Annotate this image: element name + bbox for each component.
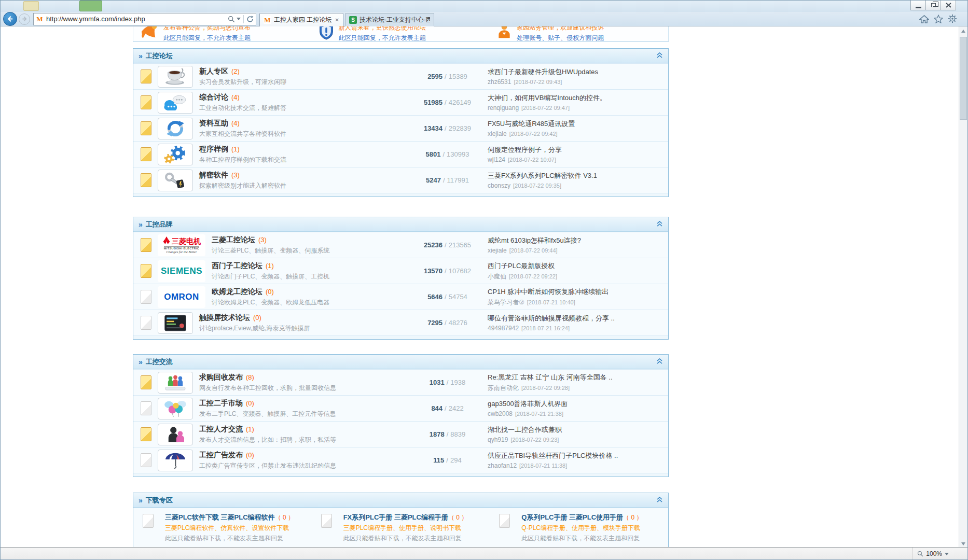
- stats-separator: /: [447, 379, 449, 386]
- omron-icon[interactable]: OMRON: [158, 286, 205, 308]
- folder-status-icon: [141, 173, 151, 187]
- section-marker-icon: »: [139, 358, 143, 366]
- last-post-author-link[interactable]: 494987942: [488, 325, 519, 332]
- forum-title-link[interactable]: 程序样例: [199, 145, 228, 153]
- back-button[interactable]: [3, 12, 17, 26]
- last-post-title-link[interactable]: 三菱FX系列A系列PLC解密软件 V3.1: [488, 171, 664, 180]
- ads-icon[interactable]: [158, 450, 193, 471]
- tab-tech-forum[interactable]: S 技术论坛-工业支持中心-西门...: [345, 13, 434, 26]
- download-title-link[interactable]: FX系列PLC手册 三菱PLC编程手册: [343, 513, 448, 521]
- collapse-icon[interactable]: [656, 220, 663, 229]
- forum-title-link[interactable]: 三菱工控论坛: [212, 235, 255, 244]
- forum-title-link[interactable]: 触摸屏技术论坛: [199, 313, 250, 321]
- last-post-author-link[interactable]: 苏南自动化: [488, 384, 519, 391]
- keys-icon[interactable]: [158, 170, 193, 191]
- last-post-author-link[interactable]: xiejiale: [488, 247, 507, 254]
- clouds-icon[interactable]: [158, 92, 193, 114]
- last-post-author-link[interactable]: 小魔仙: [488, 273, 506, 280]
- posts-count: 130993: [447, 150, 469, 158]
- section-title-link[interactable]: 工控论坛: [146, 51, 656, 61]
- last-post-title-link[interactable]: 西门子PLC最新版授权: [488, 261, 664, 271]
- search-icon[interactable]: [228, 16, 235, 23]
- last-post-author-link[interactable]: renqiguang: [488, 104, 519, 111]
- section-title-link[interactable]: 工控交流: [146, 357, 656, 367]
- section-title-link[interactable]: 下载专区: [146, 496, 656, 505]
- last-post-author-link[interactable]: wjl124: [488, 156, 505, 163]
- last-post-title-link[interactable]: 供应正品TBI导轨丝杆西门子PLC模块价格 ..: [488, 451, 664, 460]
- sync-icon[interactable]: [158, 118, 193, 139]
- download-title-link[interactable]: 三菱PLC软件下载 三菱PLC编程软件: [165, 513, 275, 521]
- refresh-icon[interactable]: [246, 16, 254, 23]
- last-post-title-link[interactable]: CP1H 脉冲中断后如何恢复脉冲继续输出: [488, 287, 664, 297]
- mitsubishi-icon[interactable]: 三菱电机MITSUBISHI ELECTRICChanges for the B…: [158, 234, 205, 256]
- address-bar[interactable]: M http://www.ymmfa.com/index.php: [33, 13, 256, 25]
- last-post-title-link[interactable]: Re:黑龙江 吉林 辽宁 山东 河南等全国各 ..: [488, 373, 664, 382]
- tab-close-icon[interactable]: ✕: [335, 17, 339, 23]
- posts-count: 117991: [447, 176, 469, 184]
- download-sub-link[interactable]: 三菱PLC编程手册、使用手册、说明书下载: [343, 524, 461, 531]
- last-post-title-link[interactable]: gap3500普洛菲斯人机界面: [488, 399, 664, 409]
- forum-title-link[interactable]: 工控二手市场: [199, 399, 243, 407]
- last-post-title-link[interactable]: 伺服定位程序例子，分享: [488, 145, 664, 155]
- gears-icon[interactable]: [158, 144, 193, 165]
- last-post-author-link[interactable]: 菜鸟学习者②: [488, 299, 524, 306]
- settings-gear-icon[interactable]: [948, 14, 957, 23]
- zoom-control[interactable]: 100%: [912, 548, 953, 560]
- last-post-author-link[interactable]: zhaofan12: [488, 462, 517, 469]
- last-post-author-link[interactable]: xiejiale: [488, 130, 507, 137]
- scroll-up-button[interactable]: [959, 26, 967, 35]
- minimize-button[interactable]: [910, 1, 926, 10]
- forum-title-link[interactable]: 解密软件: [199, 171, 228, 179]
- url-text[interactable]: http://www.ymmfa.com/index.php: [44, 15, 228, 23]
- people2-icon[interactable]: [158, 424, 193, 445]
- zoom-magnifier-icon: [917, 551, 923, 557]
- section-header: »工控论坛: [133, 49, 668, 63]
- siemens-icon[interactable]: SIEMENS: [158, 260, 205, 282]
- touchscreen-icon[interactable]: [158, 312, 193, 334]
- close-button[interactable]: [941, 1, 956, 10]
- forum-title-link[interactable]: 西门子工控论坛: [212, 261, 262, 270]
- restore-button[interactable]: [925, 1, 941, 10]
- forum-title-link[interactable]: 欧姆龙工控论坛: [212, 287, 262, 296]
- last-post-time: [2018-07-22 09:47]: [521, 105, 570, 111]
- collapse-icon[interactable]: [656, 357, 663, 367]
- forum-row: 求购回收发布(8)网友自行发布各种工控回收，求购，批量回收信息1031/1938…: [133, 369, 668, 395]
- last-post-title-link[interactable]: 湖北找一工控合作或兼职: [488, 425, 664, 435]
- favorites-star-icon[interactable]: [934, 15, 943, 23]
- forum-title-link[interactable]: 综合讨论: [199, 93, 228, 101]
- last-post-author-link[interactable]: qyh919: [488, 436, 508, 443]
- scrollbar-thumb[interactable]: [960, 37, 967, 120]
- last-post-title-link[interactable]: 大神们，如何用VB编写Intouch的控件。: [488, 93, 664, 103]
- tab-forum-home[interactable]: M 工控人家园 工控论坛 ✕: [259, 13, 343, 26]
- forum-title-link[interactable]: 工控人才交流: [199, 425, 243, 433]
- download-sub-link[interactable]: Q-PLC编程手册、使用手册、模块手册下载: [521, 524, 640, 531]
- last-post-author-link[interactable]: zhz6531: [488, 78, 511, 86]
- last-post-author-link[interactable]: cbonszy: [488, 182, 510, 189]
- download-sub-link[interactable]: 三菱PLC编程软件、仿真软件、设置软件下载: [165, 524, 289, 531]
- folder-status-icon: [141, 69, 151, 83]
- last-post-title-link[interactable]: 求西门子最新硬件升级包HWUpdates: [488, 67, 664, 77]
- forum-title-link[interactable]: 资料互助: [199, 119, 228, 127]
- forward-button[interactable]: [19, 13, 30, 25]
- collapse-icon[interactable]: [656, 51, 663, 61]
- download-title-link[interactable]: Q系列PLC手册 三菱PLC使用手册: [521, 513, 623, 521]
- forum-title-link[interactable]: 新人专区: [199, 67, 228, 75]
- last-post-title-link[interactable]: 哪位有普洛菲斯的触摸屏视频教程，分享 ..: [488, 314, 664, 323]
- forum-title-link[interactable]: 求购回收发布: [199, 373, 243, 381]
- address-dropdown-icon[interactable]: [237, 18, 241, 20]
- new-topic-count: (4): [231, 93, 240, 101]
- vertical-scrollbar[interactable]: [959, 26, 967, 548]
- status-bar: 100%: [1, 547, 967, 559]
- posts-count: 8839: [450, 430, 465, 438]
- market-icon[interactable]: [158, 372, 193, 394]
- coffee-icon[interactable]: [158, 66, 193, 88]
- section-title-link[interactable]: 工控品牌: [146, 220, 656, 229]
- last-post-title-link[interactable]: 威纶mt 6103ip怎样和fx5u连接?: [488, 236, 664, 245]
- last-post-title-link[interactable]: FX5U与威纶通R485通讯设置: [488, 119, 664, 129]
- last-post-author-link[interactable]: cwb2008: [488, 410, 513, 417]
- zoom-dropdown-icon[interactable]: [945, 553, 949, 555]
- forum-title-link[interactable]: 工控广告发布: [199, 451, 243, 459]
- collapse-icon[interactable]: [656, 496, 663, 505]
- home-icon[interactable]: [919, 15, 929, 23]
- balloons-icon[interactable]: [158, 398, 193, 419]
